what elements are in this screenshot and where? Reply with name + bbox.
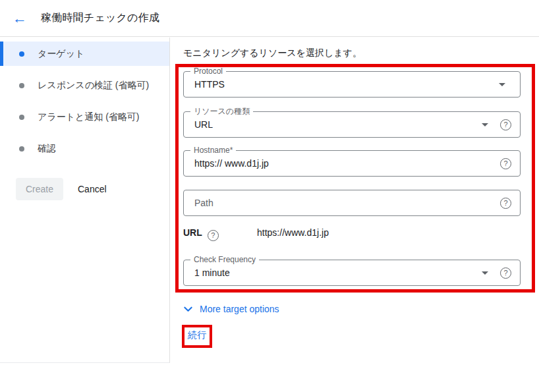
step-item-alerts-notifications[interactable]: アラートと通知 (省略可) <box>0 105 169 129</box>
target-form-panel: モニタリングするリソースを選択します。 Protocol HTTPS リソースの… <box>170 38 539 363</box>
step-bullet-icon <box>19 83 24 88</box>
help-circle-icon[interactable]: ? <box>208 230 219 241</box>
check-frequency-select[interactable]: Check Frequency 1 minute ? <box>183 260 521 286</box>
url-value: https://www.d1j.jp <box>257 227 329 238</box>
step-label: アラートと通知 (省略可) <box>38 109 140 125</box>
more-target-options-label: More target options <box>200 304 279 314</box>
continue-button[interactable]: 続行 <box>188 329 206 341</box>
check-frequency-value: 1 minute <box>194 260 230 285</box>
step-item-review[interactable]: 確認 <box>0 136 169 161</box>
create-uptime-check-page: ← 稼働時間チェックの作成 ターゲット レスポンスの検証 (省略可) アラートと… <box>0 0 539 392</box>
resource-type-select[interactable]: リソースの種類 URL ? <box>183 111 521 138</box>
help-circle-icon[interactable]: ? <box>500 198 511 209</box>
stepper-list: ターゲット レスポンスの検証 (省略可) アラートと通知 (省略可) 確認 <box>0 38 169 161</box>
help-circle-icon[interactable]: ? <box>500 119 511 130</box>
stepper-sidebar: ターゲット レスポンスの検証 (省略可) アラートと通知 (省略可) 確認 Cr… <box>0 38 170 363</box>
step-bullet-icon <box>19 146 24 152</box>
create-button[interactable]: Create <box>16 178 63 200</box>
resource-type-value: URL <box>194 112 213 137</box>
protocol-select[interactable]: Protocol HTTPS <box>183 71 521 98</box>
hostname-value: https:// www.d1j.jp <box>194 151 269 176</box>
url-label: URL <box>183 227 202 238</box>
step-label: レスポンスの検証 (省略可) <box>38 78 149 93</box>
dropdown-caret-icon <box>482 271 488 275</box>
path-placeholder: Path <box>194 190 213 215</box>
page-title: 稼働時間チェックの作成 <box>41 11 159 25</box>
path-input[interactable]: Path ? <box>183 190 521 216</box>
protocol-value: HTTPS <box>194 72 225 97</box>
intro-text: モニタリングするリソースを選択します。 <box>183 47 362 59</box>
chevron-down-icon <box>183 304 193 314</box>
sidebar-actions: Create Cancel <box>16 178 169 200</box>
cancel-button[interactable]: Cancel <box>78 184 107 194</box>
help-circle-icon[interactable]: ? <box>500 267 511 279</box>
step-label: 確認 <box>38 141 56 156</box>
dropdown-caret-icon <box>482 123 488 126</box>
dropdown-caret-icon <box>499 83 505 86</box>
step-bullet-icon <box>19 51 24 57</box>
help-circle-icon[interactable]: ? <box>500 158 511 169</box>
step-bullet-icon <box>19 115 24 120</box>
step-label: ターゲット <box>38 46 84 61</box>
back-arrow-icon[interactable]: ← <box>7 5 33 32</box>
url-summary-row: URL? https://www.d1j.jp <box>183 227 219 242</box>
step-item-target[interactable]: ターゲット <box>0 42 169 66</box>
step-item-response-validation[interactable]: レスポンスの検証 (省略可) <box>0 73 169 98</box>
page-header: ← 稼働時間チェックの作成 <box>0 0 539 37</box>
hostname-input[interactable]: Hostname* https:// www.d1j.jp ? <box>183 150 521 177</box>
more-target-options-button[interactable]: More target options <box>183 304 279 314</box>
